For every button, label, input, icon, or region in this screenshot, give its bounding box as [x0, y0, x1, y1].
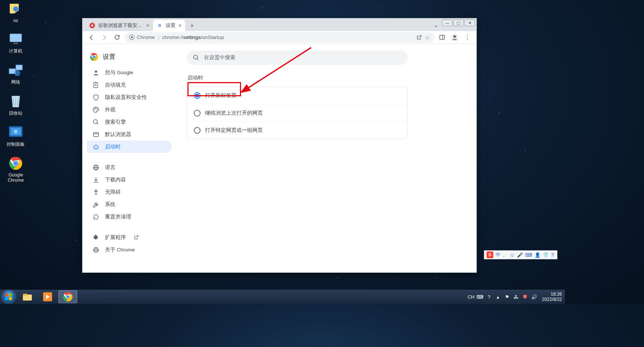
nav-search-engine[interactable]: 搜索引擎: [87, 116, 172, 128]
ime-face-icon[interactable]: ☺: [510, 252, 515, 258]
extension-icon: [92, 234, 100, 241]
ime-skin-icon[interactable]: 👕: [543, 252, 549, 258]
window-close-button[interactable]: ✕: [464, 19, 475, 26]
tray-keyboard-icon[interactable]: ⌨: [477, 293, 484, 300]
sogou-logo-icon: S: [487, 251, 493, 258]
tab-strip: 谷歌浏览器下载安装-谷歌浏览器 × ⚙ 设置 × + ⌄ — ▢ ✕: [82, 18, 476, 31]
reload-button[interactable]: [112, 32, 122, 43]
tab-1[interactable]: 谷歌浏览器下载安装-谷歌浏览器 ×: [85, 20, 153, 31]
desktop-icon-recycle[interactable]: 回收站: [2, 94, 29, 117]
window-maximize-button[interactable]: ▢: [453, 19, 464, 26]
side-panel-button[interactable]: [437, 32, 447, 43]
a11y-icon: [92, 188, 100, 196]
desktop-icon-computer[interactable]: 计算机: [2, 31, 29, 54]
radio-icon[interactable]: [194, 127, 201, 134]
nav-extensions[interactable]: 扩展程序: [87, 231, 172, 244]
nav-system[interactable]: 系统: [87, 198, 172, 211]
address-bar[interactable]: Chrome | chrome://settings/onStartup ☆: [124, 32, 434, 43]
radio-icon[interactable]: [194, 110, 201, 117]
ime-punct[interactable]: 。: [503, 251, 508, 258]
back-button[interactable]: [86, 32, 97, 43]
ime-mic-icon[interactable]: 🎤: [517, 252, 523, 258]
svg-point-41: [96, 190, 97, 191]
window-minimize-button[interactable]: —: [442, 19, 452, 26]
nav-you-and-google[interactable]: 您与 Google: [87, 66, 172, 79]
desktop-icon-ns[interactable]: ns: [2, 1, 29, 23]
nav-on-startup[interactable]: 启动时: [87, 141, 172, 153]
svg-point-12: [14, 162, 18, 165]
svg-rect-1: [10, 34, 22, 42]
nav-languages[interactable]: 语言: [87, 161, 172, 174]
nav-about-chrome[interactable]: 关于 Chrome: [87, 244, 172, 256]
svg-rect-47: [5, 293, 8, 296]
nav-appearance[interactable]: 外观: [87, 103, 172, 116]
settings-search[interactable]: 在设置中搜索: [187, 51, 408, 65]
chrome-logo-icon: [90, 53, 98, 61]
tray-up-icon[interactable]: ▴: [495, 293, 502, 300]
tray-clock[interactable]: 16:26 2022/8/22: [540, 292, 562, 302]
svg-point-25: [93, 56, 95, 58]
tray-lang[interactable]: CH: [468, 293, 475, 300]
ime-toolbar[interactable]: S 中 。 ☺ 🎤 ⌨ 👤 👕 ⠿: [484, 250, 557, 259]
tray-network-icon[interactable]: 🖧: [513, 293, 520, 300]
svg-line-34: [97, 123, 98, 124]
nav-default-browser[interactable]: 默认浏览器: [87, 128, 172, 141]
toolbar: Chrome | chrome://settings/onStartup ☆ ⋮: [82, 31, 476, 44]
chrome-icon: [129, 34, 135, 40]
ime-menu-icon[interactable]: ⠿: [551, 252, 555, 258]
tray-volume-icon[interactable]: 🔊: [531, 293, 538, 300]
download-icon: [92, 176, 100, 184]
desktop-icon-control-panel[interactable]: 控制面板: [2, 125, 29, 148]
settings-heading: 设置: [87, 51, 176, 66]
palette-icon: [92, 106, 100, 114]
profile-button[interactable]: [449, 32, 460, 43]
svg-point-44: [193, 55, 198, 59]
menu-button[interactable]: ⋮: [462, 32, 473, 43]
tab-close-icon[interactable]: ×: [178, 22, 181, 28]
svg-point-30: [94, 109, 95, 109]
nav-downloads[interactable]: 下载内容: [87, 174, 172, 186]
svg-rect-18: [440, 35, 445, 39]
tab-search-icon[interactable]: ⌄: [430, 21, 442, 28]
svg-rect-52: [23, 294, 27, 296]
settings-sidebar: 设置 您与 Google 自动填充 隐私设置和安全性 外观 搜索引擎 默认浏览器…: [82, 44, 176, 272]
ime-lang[interactable]: 中: [496, 251, 500, 258]
nav-accessibility[interactable]: 无障碍: [87, 186, 172, 198]
nav-privacy[interactable]: 隐私设置和安全性: [87, 91, 172, 103]
tab-2-active[interactable]: ⚙ 设置 ×: [153, 20, 185, 31]
option-continue[interactable]: 继续浏览上次打开的网页: [187, 104, 407, 121]
tab-close-icon[interactable]: ×: [146, 22, 149, 28]
chrome-window: 谷歌浏览器下载安装-谷歌浏览器 × ⚙ 设置 × + ⌄ — ▢ ✕ Chrom…: [82, 18, 477, 273]
svg-line-45: [197, 58, 198, 60]
settings-main: 在设置中搜索 启动时 打开新标签页 继续浏览上次打开的网页 打开特定网页或一组网…: [176, 44, 476, 272]
autofill-icon: [92, 81, 100, 89]
external-link-icon: [133, 235, 139, 240]
option-new-tab[interactable]: 打开新标签页: [187, 87, 407, 104]
taskbar-media-player[interactable]: [38, 290, 57, 303]
ime-person-icon[interactable]: 👤: [535, 252, 541, 258]
nav-autofill[interactable]: 自动填充: [87, 79, 172, 91]
new-tab-button[interactable]: +: [187, 21, 197, 31]
tray-flag-icon[interactable]: ⚑: [504, 293, 511, 300]
chrome-outline-icon: [92, 246, 100, 254]
svg-point-43: [95, 249, 97, 251]
taskbar-chrome[interactable]: [58, 290, 77, 303]
ime-keyboard-icon[interactable]: ⌨: [525, 252, 532, 258]
taskbar-explorer[interactable]: [18, 290, 37, 303]
nav-reset[interactable]: 重置并清理: [87, 211, 172, 223]
bookmark-icon[interactable]: ☆: [425, 34, 430, 40]
desktop-icon-network[interactable]: 网络: [2, 63, 29, 85]
svg-point-26: [95, 70, 97, 73]
start-button[interactable]: [1, 290, 16, 303]
radio-selected-icon[interactable]: [194, 92, 201, 99]
tray-help-icon[interactable]: ?: [486, 293, 493, 300]
forward-button[interactable]: [99, 32, 109, 43]
desktop-icon-chrome[interactable]: Google Chrome: [2, 156, 29, 183]
tray-shield-icon[interactable]: ⛊: [522, 293, 529, 300]
desktop: ns 计算机 网络 回收站 控制面板 Google Chrome: [2, 1, 29, 191]
share-icon[interactable]: [416, 34, 422, 40]
svg-point-31: [96, 108, 96, 108]
option-specific-pages[interactable]: 打开特定网页或一组网页: [187, 121, 407, 139]
chrome-favicon-icon: [89, 22, 95, 28]
site-info-chip[interactable]: Chrome: [129, 34, 155, 40]
